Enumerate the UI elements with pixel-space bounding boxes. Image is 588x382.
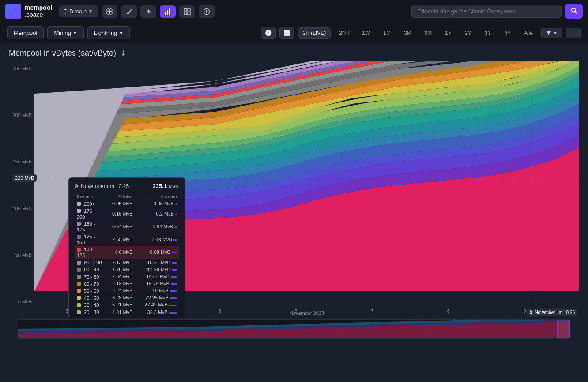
- svg-rect-14: [188, 12, 190, 15]
- time-6m[interactable]: 6M: [420, 27, 437, 39]
- svg-rect-11: [184, 8, 187, 11]
- bitcoin-dropdown[interactable]: ₿ Bitcoin ▼: [59, 5, 98, 17]
- cursor-label: 9. November um 10:25: [527, 309, 577, 316]
- chart-area-svg: [34, 61, 579, 304]
- svg-rect-2: [9, 12, 13, 15]
- svg-rect-1: [14, 8, 17, 11]
- chart-view-btn[interactable]: ⬜: [279, 27, 294, 39]
- search-input[interactable]: [411, 5, 562, 18]
- time-1w[interactable]: 1W: [357, 27, 375, 39]
- y-pointer: 229 MvB: [12, 174, 37, 182]
- mempool-tab[interactable]: Mempool: [7, 26, 44, 39]
- time-all[interactable]: Alle: [519, 27, 538, 39]
- minimap: [18, 319, 570, 339]
- search-button[interactable]: [565, 4, 583, 19]
- navbar: mempool .space ₿ Bitcoin ▼: [0, 0, 588, 23]
- svg-line-19: [575, 12, 577, 14]
- time-3y[interactable]: 3Y: [480, 27, 496, 39]
- svg-rect-9: [167, 10, 168, 15]
- info-btn[interactable]: [199, 5, 215, 18]
- mining-tab[interactable]: Mining ▼: [47, 26, 83, 39]
- subnav: Mempool Mining ▼ Lightning ▼ 🕐 ⬜ 2H (LIV…: [0, 23, 588, 43]
- lightning-tab[interactable]: Lightning ▼: [87, 26, 130, 39]
- chart-svg: [34, 61, 579, 304]
- logo-icon: [5, 4, 21, 19]
- chart-wrapper: 250 MvB 200 MvB 150 MvB 100 MvB 50 MvB 0…: [9, 61, 579, 318]
- x-month-label: November 2023: [34, 310, 579, 316]
- time-2y[interactable]: 2Y: [460, 27, 476, 39]
- svg-rect-12: [188, 8, 190, 11]
- time-1y[interactable]: 1Y: [440, 27, 456, 39]
- minimap-svg: [18, 320, 570, 339]
- time-3m[interactable]: 3M: [399, 27, 416, 39]
- svg-rect-8: [165, 12, 166, 15]
- time-4y[interactable]: 4Y: [499, 27, 516, 39]
- y-axis: 250 MvB 200 MvB 150 MvB 100 MvB 50 MvB 0…: [9, 61, 34, 318]
- page-title: Mempool in vBytes (sat/vByte): [9, 49, 116, 58]
- dashboard-btn[interactable]: [102, 5, 117, 18]
- tools-btn[interactable]: [121, 5, 137, 18]
- svg-point-5: [109, 9, 112, 11]
- blocks-btn[interactable]: [179, 5, 195, 18]
- svg-rect-10: [169, 8, 170, 15]
- sort-btn[interactable]: [566, 28, 581, 38]
- minimap-handle[interactable]: [557, 320, 570, 338]
- svg-rect-0: [9, 8, 13, 11]
- time-2h[interactable]: 2H (LIVE): [298, 27, 331, 39]
- svg-rect-13: [184, 12, 187, 15]
- logo-text: mempool .space: [25, 4, 52, 18]
- download-icon[interactable]: ⬇: [121, 49, 126, 57]
- chart-container: 250 MvB 200 MvB 150 MvB 100 MvB 50 MvB 0…: [0, 61, 588, 339]
- svg-point-7: [109, 11, 112, 14]
- svg-point-4: [107, 9, 109, 11]
- lightning-btn[interactable]: [140, 5, 156, 18]
- svg-rect-16: [206, 11, 207, 13]
- time-24h[interactable]: 24H: [334, 27, 354, 39]
- svg-point-18: [572, 8, 576, 12]
- svg-point-6: [107, 11, 109, 14]
- svg-rect-3: [14, 12, 17, 15]
- page-header: Mempool in vBytes (sat/vByte) ⬇: [0, 43, 588, 61]
- clock-view-btn[interactable]: 🕐: [261, 27, 276, 39]
- svg-rect-17: [206, 10, 207, 11]
- time-1m[interactable]: 1M: [378, 27, 396, 39]
- filter-dropdown[interactable]: ▼: [541, 28, 562, 38]
- stats-btn[interactable]: [160, 5, 176, 18]
- logo: mempool .space: [5, 4, 52, 19]
